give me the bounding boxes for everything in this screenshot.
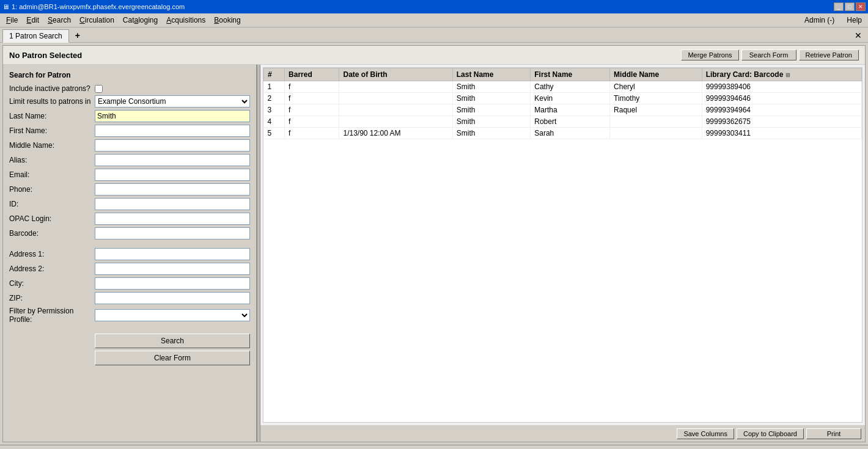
menu-search[interactable]: Search	[44, 15, 75, 26]
cell-lastname: Smith	[452, 128, 531, 139]
id-label: ID:	[9, 200, 95, 208]
phone-label: Phone:	[9, 185, 95, 194]
cell-barred: f	[285, 104, 339, 116]
id-input[interactable]	[95, 198, 250, 210]
middle-name-input[interactable]	[95, 139, 250, 151]
patron-status: No Patron Selected	[9, 51, 82, 60]
status-bar	[0, 445, 868, 449]
cell-num: 1	[264, 81, 285, 93]
merge-patrons-button[interactable]: Merge Patrons	[681, 49, 738, 60]
search-button[interactable]: Search	[95, 334, 250, 348]
cell-num: 5	[264, 128, 285, 139]
opac-login-row: OPAC Login:	[9, 213, 250, 225]
minimize-button[interactable]: _	[834, 2, 844, 11]
table-row[interactable]: 4 f Smith Robert 99999362675	[264, 116, 862, 128]
zip-input[interactable]	[95, 292, 250, 304]
last-name-label: Last Name:	[9, 112, 95, 120]
menu-acquisitions[interactable]: Acquisitions	[163, 15, 209, 26]
alias-label: Alias:	[9, 156, 95, 164]
print-button[interactable]: Print	[806, 428, 861, 439]
cell-lastname: Smith	[452, 81, 531, 93]
window-close-icon[interactable]: ✕	[851, 29, 866, 42]
cell-lastname: Smith	[452, 104, 531, 116]
results-table-wrapper: # Barred Date of Birth Last Name First N…	[263, 67, 862, 423]
search-form-button[interactable]: Search Form	[741, 49, 796, 60]
table-row[interactable]: 1 f Smith Cathy Cheryl 99999389406	[264, 81, 862, 93]
title-bar-left: 🖥 1: admin@BR1-winxpvmfx.phasefx.evergre…	[2, 3, 185, 10]
cell-firstname: Sarah	[531, 128, 610, 139]
top-bar: No Patron Selected Merge Patrons Search …	[3, 46, 865, 65]
copy-to-clipboard-button[interactable]: Copy to Clipboard	[737, 428, 804, 439]
menu-admin[interactable]: Admin (-)	[801, 15, 838, 26]
col-header-num[interactable]: #	[264, 68, 285, 81]
close-button[interactable]: ✕	[856, 2, 866, 11]
menu-help[interactable]: Help	[843, 15, 866, 26]
cell-middlename	[610, 128, 702, 139]
city-input[interactable]	[95, 277, 250, 290]
title-bar: 🖥 1: admin@BR1-winxpvmfx.phasefx.evergre…	[0, 0, 868, 13]
col-header-librarycard[interactable]: Library Card: Barcode ⊞	[702, 68, 861, 81]
limit-results-label: Limit results to patrons in	[9, 97, 95, 106]
last-name-row: Last Name:	[9, 110, 250, 122]
retrieve-patron-button[interactable]: Retrieve Patron	[799, 49, 859, 60]
cell-librarycard: 99999394646	[702, 93, 861, 104]
address1-input[interactable]	[95, 248, 250, 260]
menu-edit[interactable]: Edit	[23, 15, 43, 26]
alias-row: Alias:	[9, 154, 250, 166]
tab-patron-search[interactable]: 1 Patron Search	[2, 29, 69, 43]
menu-file[interactable]: File	[2, 15, 21, 26]
cell-firstname: Cathy	[531, 81, 610, 93]
menu-cataloging[interactable]: Cataloging	[119, 15, 161, 26]
filter-permission-label: Filter by Permission Profile:	[9, 307, 95, 324]
cell-dob	[339, 116, 452, 128]
save-columns-button[interactable]: Save Columns	[677, 428, 734, 439]
maximize-button[interactable]: □	[845, 2, 855, 11]
filter-permission-select[interactable]	[95, 309, 250, 321]
form-buttons: Search Clear Form	[9, 334, 250, 365]
include-inactive-checkbox[interactable]	[95, 85, 103, 93]
title-bar-text: 1: admin@BR1-winxpvmfx.phasefx.evergreen…	[12, 3, 185, 10]
address2-row: Address 2:	[9, 263, 250, 275]
col-header-lastname[interactable]: Last Name	[452, 68, 531, 81]
title-bar-controls: _ □ ✕	[834, 2, 866, 11]
table-row[interactable]: 2 f Smith Kevin Timothy 99999394646	[264, 93, 862, 104]
phone-input[interactable]	[95, 183, 250, 195]
zip-label: ZIP:	[9, 294, 95, 302]
col-header-barred[interactable]: Barred	[285, 68, 339, 81]
last-name-input[interactable]	[95, 110, 250, 122]
cell-num: 4	[264, 116, 285, 128]
barcode-input[interactable]	[95, 227, 250, 239]
email-input[interactable]	[95, 169, 250, 181]
col-header-firstname[interactable]: First Name	[531, 68, 610, 81]
first-name-input[interactable]	[95, 125, 250, 137]
limit-results-row: Limit results to patrons in Example Cons…	[9, 95, 250, 108]
new-tab-button[interactable]: +	[70, 29, 85, 42]
alias-input[interactable]	[95, 154, 250, 166]
city-label: City:	[9, 279, 95, 288]
table-header-row: # Barred Date of Birth Last Name First N…	[264, 68, 862, 81]
clear-form-button[interactable]: Clear Form	[95, 351, 250, 365]
menu-booking[interactable]: Booking	[210, 15, 244, 26]
col-header-dob[interactable]: Date of Birth	[339, 68, 452, 81]
city-row: City:	[9, 277, 250, 290]
cell-barred: f	[285, 93, 339, 104]
col-header-middlename[interactable]: Middle Name	[610, 68, 702, 81]
cell-num: 2	[264, 93, 285, 104]
cell-middlename: Cheryl	[610, 81, 702, 93]
cell-librarycard: 99999389406	[702, 81, 861, 93]
opac-login-label: OPAC Login:	[9, 214, 95, 223]
table-row[interactable]: 3 f Smith Martha Raquel 99999394964	[264, 104, 862, 116]
middle-name-label: Middle Name:	[9, 141, 95, 150]
bottom-bar: Save Columns Copy to Clipboard Print	[260, 425, 865, 442]
menu-circulation[interactable]: Circulation	[76, 15, 118, 26]
limit-results-select[interactable]: Example Consortium	[95, 95, 250, 108]
first-name-label: First Name:	[9, 126, 95, 135]
cell-dob	[339, 104, 452, 116]
opac-login-input[interactable]	[95, 213, 250, 225]
cell-num: 3	[264, 104, 285, 116]
cell-barred: f	[285, 128, 339, 139]
table-row[interactable]: 5 f 1/13/90 12:00 AM Smith Sarah 9999930…	[264, 128, 862, 139]
address2-input[interactable]	[95, 263, 250, 275]
address1-label: Address 1:	[9, 250, 95, 258]
zip-row: ZIP:	[9, 292, 250, 304]
